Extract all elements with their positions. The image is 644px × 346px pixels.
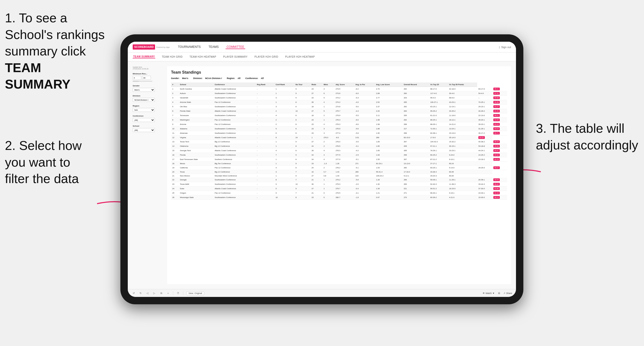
filter-slider[interactable] [133, 81, 152, 82]
app-nav: SCOREBOARD Powered by clippi TOURNAMENTS… [128, 42, 516, 52]
nav-teams[interactable]: TEAMS [208, 45, 220, 49]
back-icon[interactable]: ◁ [146, 291, 150, 295]
filter-max-input[interactable] [142, 76, 151, 80]
grid-icon[interactable]: ⊞ [497, 291, 501, 295]
table-row[interactable]: 3VanderbiltSoutheastern Conference-35235… [171, 95, 507, 100]
table-area: Team Standings Gender: Men's Division: N… [167, 66, 511, 284]
table-row[interactable]: 6Florida StateAtlantic Coast Conference-… [171, 109, 507, 113]
subnav-team-h2h-heatmap[interactable]: TEAM H2H HEATMAP [189, 55, 217, 58]
filter-conference-label: Conference [133, 115, 162, 117]
subnav-player-h2h-grid[interactable]: PLAYER H2H GRID [254, 55, 279, 58]
col-rank: # [171, 82, 179, 87]
update-time: Update time: 27/03/2024 16:56:26 [133, 66, 162, 70]
filter-school-select[interactable]: (All) [133, 128, 155, 132]
col-avg-par: Avg. to Par [354, 82, 375, 87]
col-adj-score: Adj. Score [334, 82, 354, 87]
nav-tournaments[interactable]: TOURNAMENTS [177, 45, 202, 49]
table-row[interactable]: 16FloridaSoutheastern Conference-7924427… [171, 153, 507, 157]
table-row[interactable]: 13Texas TechBig 12 Conference-19272276.0… [171, 140, 507, 144]
table-row[interactable]: 20TexasBig 12 Conference-37100.71.442695… [171, 170, 507, 174]
table-row[interactable]: 11ArkansasSoutheastern Conference-682332… [171, 131, 507, 135]
instruction-2-line2: you want to [5, 155, 70, 169]
filter-conference: Conference (All) [133, 115, 162, 122]
undo-icon[interactable]: ↺ [132, 291, 136, 295]
app-logo: SCOREBOARD Powered by clippi [133, 44, 170, 49]
table-row[interactable]: 14OklahomaBig 12 Conference-18242278.5-3… [171, 144, 507, 149]
instruction-3-text: 3. The table will adjust accordingly [536, 121, 638, 152]
view-original-label: View: Original [188, 292, 202, 295]
tablet-screen: SCOREBOARD Powered by clippi TOURNAMENTS… [128, 42, 516, 297]
table-row[interactable]: 4Arizona StatePac-12 Conference-18264274… [171, 100, 507, 104]
table-division-filter: Division: NCAA Division I [193, 77, 222, 79]
watch-btn[interactable]: 👁 Watch ▼ [482, 292, 494, 295]
subnav-team-h2h-grid[interactable]: TEAM H2H GRID [161, 55, 183, 58]
filter-school: School (All) [133, 125, 162, 132]
nav-committee[interactable]: COMMITTEE [226, 45, 245, 49]
toolbar-right: 👁 Watch ▼ ⊞ ↗ Share [482, 291, 512, 295]
filter-gender: Gender Men's [133, 85, 162, 92]
filter-division: Division NCAA Division I [133, 95, 162, 102]
table-row[interactable]: 9ArizonaPac-12 Conference-28234276.3-6.6… [171, 122, 507, 126]
subnav-player-h2h-heatmap[interactable]: PLAYER H2H HEATMAP [284, 55, 315, 58]
signout-link[interactable]: Sign out [501, 46, 511, 49]
table-gender-filter: Gender: Men's [171, 77, 188, 79]
filter-region-select[interactable]: N/A [133, 108, 155, 112]
copy-icon[interactable]: ⧉ [159, 291, 163, 295]
table-row[interactable]: 1North CarolinaAtlantic Coast Conference… [171, 87, 507, 91]
instruction-2-line3: filter the data [5, 172, 79, 186]
share-btn[interactable]: ↗ Share [504, 292, 512, 295]
logo-subtext: Powered by clippi [156, 46, 170, 48]
filter-conference-select[interactable]: (All) [133, 118, 155, 122]
nav-signout: | Sign out [499, 46, 511, 49]
table-row[interactable]: 24DukeAtlantic Coast Conference-59271279… [171, 186, 507, 191]
tablet-frame: SCOREBOARD Powered by clippi TOURNAMENTS… [120, 34, 523, 304]
filters-panel: Update time: 27/03/2024 16:56:26 Minimum… [133, 66, 162, 284]
table-row[interactable]: 2AuburnSoutheastern Conference-19276273.… [171, 91, 507, 95]
filter-min-input[interactable] [133, 76, 141, 80]
nav-links: TOURNAMENTS TEAMS COMMITTEE [177, 45, 499, 49]
filter-division-label: Division [133, 95, 162, 97]
table-row[interactable]: 5Ole MissSoutheastern Conference-3618127… [171, 104, 507, 109]
table-row[interactable]: 26Mississippi StateSoutheastern Conferen… [171, 195, 507, 200]
filter-gender-select[interactable]: Men's [133, 88, 155, 92]
table-row[interactable]: 18IllinoisBig Ten Conference-1923-1.41.2… [171, 162, 507, 166]
col-conference: Conference [214, 82, 256, 87]
table-row[interactable]: 21New MexicoMountain West Conference-192… [171, 174, 507, 178]
table-row[interactable]: 8WashingtonPac-12 Conference-28231276.3-… [171, 118, 507, 122]
standings-table: # School Conference Reg Rank Conf Rank N… [171, 82, 507, 200]
table-row[interactable]: 22GeorgiaSoutheastern Conference-8721127… [171, 178, 507, 182]
redo-icon[interactable]: ↻ [138, 291, 142, 295]
col-conf-rank: Conf Rank [274, 82, 294, 87]
view-original-btn[interactable]: View: Original [186, 291, 204, 295]
col-wins: Wins [322, 82, 334, 87]
table-filters-row: Gender: Men's Division: NCAA Division I … [171, 77, 507, 79]
logo-text: SCOREBOARD [133, 44, 155, 49]
table-row[interactable]: 17East Tennessee StateSouthern Conferenc… [171, 157, 507, 162]
toolbar-sep-2 [183, 291, 183, 295]
table-row[interactable]: 7TennesseeSoutheastern Conference-481822… [171, 113, 507, 118]
table-row[interactable]: 23Texas A&MSoutheastern Conference-91030… [171, 182, 507, 186]
col-no-tour: No Tour [294, 82, 310, 87]
table-header-row: # School Conference Reg Rank Conf Rank N… [171, 82, 507, 87]
filter-division-select[interactable]: NCAA Division I [133, 98, 155, 102]
table-row[interactable]: 15Georgia TechAtlantic Coast Conference-… [171, 149, 507, 153]
main-content: Update time: 27/03/2024 16:56:26 Minimum… [128, 61, 516, 289]
bottom-toolbar: ↺ ↻ ◁ ▷ ⧉ ＋ ⏱ View: Original 👁 Watch ▼ ⊞… [128, 289, 516, 297]
filter-region-label: Region [133, 105, 162, 107]
table-region-filter: Region: All [227, 77, 240, 79]
instruction-1-text: 1. To see a School's rankings summary cl… [5, 11, 105, 58]
clock-icon[interactable]: ⏱ [176, 291, 180, 295]
col-reg-rank: Reg Rank [256, 82, 274, 87]
table-row[interactable]: 12VirginiaAtlantic Coast Conference-8241… [171, 135, 507, 140]
table-row[interactable]: 19CaliforniaPac-12 Conference-48242278.2… [171, 166, 507, 170]
filter-minimum-rou: Minimum Rou... [133, 73, 162, 82]
table-row[interactable]: 10AlabamaSoutheastern Conference-5823327… [171, 126, 507, 131]
table-row[interactable]: 25OregonPac-12 Conference-97210279.5-3.1… [171, 191, 507, 195]
add-icon[interactable]: ＋ [166, 291, 170, 295]
toolbar-sep-1 [173, 291, 173, 295]
col-overall: Overall Record [402, 82, 429, 87]
subnav-team-summary[interactable]: TEAM SUMMARY [133, 55, 155, 58]
subnav-player-summary[interactable]: PLAYER SUMMARY [222, 55, 248, 58]
forward-icon[interactable]: ▷ [152, 291, 156, 295]
table-conference-filter: Conference: All [245, 77, 264, 79]
